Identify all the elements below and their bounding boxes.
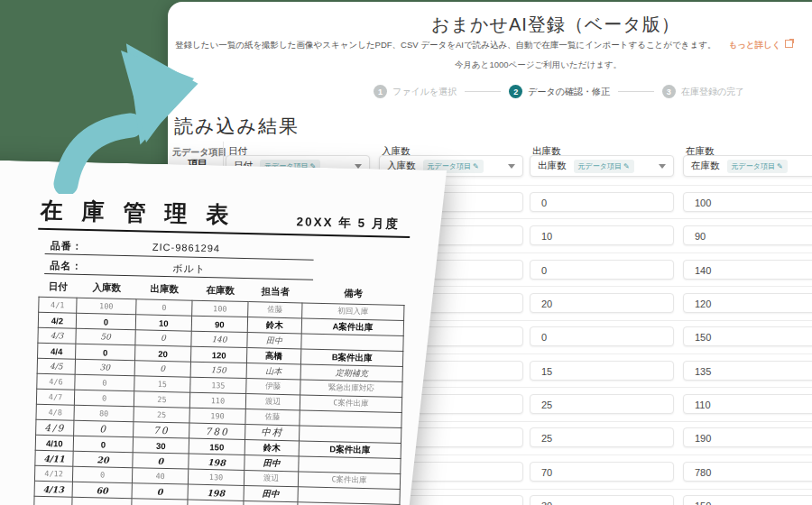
cell-input-shipped-row6[interactable]: 15 xyxy=(530,361,674,381)
paper-table-cell: 田中 xyxy=(245,455,299,472)
paper-table-cell: 150 xyxy=(189,438,245,454)
cell-input-stock-row10[interactable]: 150 xyxy=(683,495,812,505)
chevron-down-icon xyxy=(355,164,362,169)
paper-col-header: 在庫数 xyxy=(192,280,248,302)
paper-col-header: 入庫数 xyxy=(77,278,136,299)
cell-input-stock-row6[interactable]: 135 xyxy=(683,361,812,381)
cell-input-stock-row1[interactable]: 100 xyxy=(683,192,812,212)
paper-table-cell: 30 xyxy=(75,359,134,375)
paper-table-cell: 100 xyxy=(77,298,136,314)
paper-table-cell: 山本 xyxy=(246,363,300,380)
step-2[interactable]: 2データの確認・修正 xyxy=(509,85,610,98)
paper-col-header: 出庫数 xyxy=(136,279,192,300)
cell-input-stock-row3[interactable]: 140 xyxy=(683,260,812,280)
cell-input-shipped-row5[interactable]: 0 xyxy=(530,326,674,346)
step-number: 3 xyxy=(662,85,676,98)
page: { "app": { "title": "おまかせAI登録（ベータ版）", "d… xyxy=(0,0,812,505)
more-details-link[interactable]: もっと詳しく xyxy=(728,40,792,50)
paper-table-cell: 4/11 xyxy=(35,450,73,466)
paper-table-cell: 0 xyxy=(74,420,134,436)
cell-input-stock-row8[interactable]: 190 xyxy=(683,427,812,447)
chevron-down-icon xyxy=(659,164,666,169)
paper-table-cell: 130 xyxy=(188,469,244,485)
quota-note: 今月あと1000ページご利用いただけます。 xyxy=(455,60,622,71)
app-description-text: 登録したい一覧の紙を撮影した画像やスキャンしたPDF、CSV データをAIで読み… xyxy=(175,40,715,50)
cell-input-stock-row5[interactable]: 150 xyxy=(683,326,812,346)
paper-table-cell: 4/5 xyxy=(37,358,75,374)
paper-table-cell: 198 xyxy=(189,454,245,470)
part-name-label: 品名： xyxy=(50,259,82,273)
step-1[interactable]: 1ファイルを選択 xyxy=(374,85,457,98)
paper-table-cell: 190 xyxy=(189,408,245,424)
paper-table-cell: 0 xyxy=(72,466,132,482)
paper-table-cell: 0 xyxy=(132,483,188,500)
selected-field-value: 在庫数 xyxy=(691,160,720,172)
paper-table-cell: 0 xyxy=(73,436,133,452)
paper-table-cell: 50 xyxy=(76,328,135,344)
inventory-table: 日付入庫数出庫数在庫数担当者備考 4/11000100佐藤初回入庫4/20109… xyxy=(33,277,405,505)
paper-table-cell: 鈴木 xyxy=(247,317,301,334)
cell-input-stock-row7[interactable]: 110 xyxy=(683,394,812,414)
paper-table-cell: 140 xyxy=(191,331,247,347)
paper-table-cell: 90 xyxy=(191,316,247,332)
pencil-icon: ✎ xyxy=(623,162,630,170)
paper-table-cell: 伊藤 xyxy=(246,379,300,395)
paper-table-cell: 4/10 xyxy=(35,435,73,451)
part-name-value: ボルト xyxy=(172,262,206,276)
paper-table-cell: 4/2 xyxy=(38,312,76,328)
paper-table-cell: 20 xyxy=(134,345,190,362)
field-mapping-select-在庫数[interactable]: 在庫数元データ項目✎ xyxy=(683,155,812,177)
cell-input-stock-row9[interactable]: 780 xyxy=(683,462,812,482)
cell-input-stock-row4[interactable]: 120 xyxy=(683,293,812,313)
step-label: 在庫登録の完了 xyxy=(681,86,744,98)
paper-table-cell: 渡辺 xyxy=(244,471,298,487)
external-link-icon xyxy=(785,40,793,48)
paper-col-header: 日付 xyxy=(39,277,77,298)
paper-table-cell: 4/1 xyxy=(39,297,77,313)
paper-table-cell: 60 xyxy=(72,482,132,498)
selected-field-value: 出庫数 xyxy=(538,160,567,172)
part-number-underline xyxy=(45,253,314,261)
paper-table-cell: 0 xyxy=(136,299,192,316)
paper-table-cell: 0 xyxy=(75,374,134,390)
paper-table-cell: 田中 xyxy=(244,485,298,501)
cell-input-shipped-row8[interactable]: 25 xyxy=(530,427,674,447)
paper-table-cell: 120 xyxy=(190,346,246,363)
source-field-badge: 元データ項目✎ xyxy=(574,160,634,173)
paper-table-cell: 150 xyxy=(190,362,246,378)
chevron-down-icon xyxy=(508,164,515,169)
cell-input-shipped-row9[interactable]: 70 xyxy=(530,462,674,482)
paper-table-cell xyxy=(132,499,188,505)
paper-table-cell: 30 xyxy=(133,437,189,454)
field-mapping-select-出庫数[interactable]: 出庫数元データ項目✎ xyxy=(530,155,674,177)
step-label: ファイルを選択 xyxy=(392,86,457,98)
pencil-icon: ✎ xyxy=(777,162,783,170)
paper-document: 在 庫 管 理 表 20XX 年 5 月度 品番： ZIC-9861294 品名… xyxy=(0,160,475,505)
paper-table-cell: 100 xyxy=(192,300,248,317)
app-description: 登録したい一覧の紙を撮影した画像やスキャンしたPDF、CSV データをAIで読み… xyxy=(175,40,793,51)
cell-input-shipped-row7[interactable]: 25 xyxy=(530,394,674,414)
paper-table-cell: 4/8 xyxy=(36,404,74,420)
paper-table-cell: 25 xyxy=(134,391,189,408)
paper-table-cell: 0 xyxy=(76,313,135,329)
paper-table-cell: 4/12 xyxy=(34,465,72,482)
cell-input-shipped-row3[interactable]: 0 xyxy=(530,260,674,280)
paper-period: 20XX 年 5 月度 xyxy=(296,214,400,233)
cell-input-shipped-row10[interactable]: 30 xyxy=(530,495,674,505)
paper-table-cell: 10 xyxy=(135,315,191,331)
paper-table-cell: 0 xyxy=(74,390,134,406)
part-number-value: ZIC-9861294 xyxy=(152,242,220,254)
step-connector xyxy=(465,91,501,93)
paper-col-header: 備考 xyxy=(302,282,404,305)
paper-col-header: 担当者 xyxy=(248,281,302,303)
paper-table-cell: 4/4 xyxy=(38,343,76,359)
paper-title: 在 庫 管 理 表 xyxy=(40,196,235,230)
paper-table-cell: 135 xyxy=(190,377,246,393)
step-3[interactable]: 3在庫登録の完了 xyxy=(662,85,744,98)
curved-arrow-icon xyxy=(45,36,208,194)
cell-input-stock-row2[interactable]: 90 xyxy=(683,225,812,245)
cell-input-shipped-row2[interactable]: 10 xyxy=(530,225,674,245)
cell-input-shipped-row4[interactable]: 20 xyxy=(530,293,674,313)
page-title: おまかせAI登録（ベータ版） xyxy=(431,13,680,37)
cell-input-shipped-row1[interactable]: 0 xyxy=(530,192,674,212)
